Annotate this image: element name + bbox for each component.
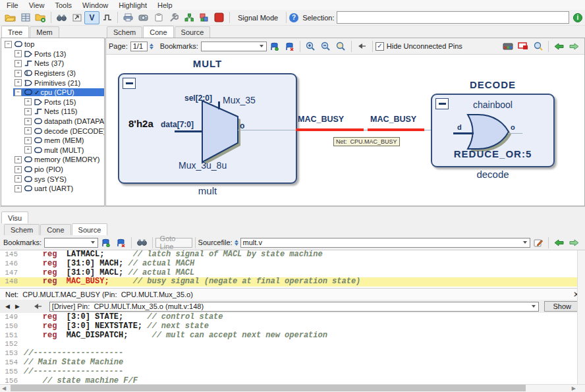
tab-visu[interactable]: Visu	[1, 211, 28, 223]
tree-item-uart[interactable]: +uart (UART)	[1, 184, 104, 194]
menu-window[interactable]: Window	[77, 1, 113, 9]
prev-driver-icon[interactable]: ◀	[5, 303, 10, 310]
info-icon[interactable]: i	[573, 13, 582, 22]
tree-item-cpu[interactable]: −✓cpu (CPU)	[1, 88, 104, 98]
blocks-icon[interactable]	[196, 11, 211, 24]
wrench-icon[interactable]	[166, 11, 181, 24]
tree-expander-icon[interactable]: +	[14, 185, 22, 192]
tree-expander-icon[interactable]: +	[14, 60, 22, 67]
hierarchy-table-icon[interactable]	[18, 11, 33, 24]
src-add-bookmark-icon[interactable]	[98, 236, 113, 249]
code-line-152[interactable]: 152	[0, 340, 577, 349]
delete-bookmark-icon[interactable]	[282, 40, 297, 53]
tab-src-cone[interactable]: Cone	[40, 224, 70, 235]
tree-expander-icon[interactable]: −	[5, 41, 12, 48]
zoom-select-icon[interactable]	[530, 40, 545, 53]
tree-expander-icon[interactable]: +	[14, 166, 22, 173]
sourcefile-dropdown[interactable]: mult.v	[240, 238, 530, 248]
src-delete-bookmark-icon[interactable]	[113, 236, 128, 249]
scroll-left-icon[interactable]: ◀	[2, 385, 6, 392]
code-line-145[interactable]: 145 reg LATMACL; // latch signal of MACL…	[0, 250, 577, 260]
palette-icon[interactable]	[500, 40, 515, 53]
verdi-v-icon[interactable]: V	[84, 11, 99, 24]
printer-icon[interactable]	[121, 11, 136, 24]
add-bookmark-icon[interactable]	[267, 40, 282, 53]
add-folder-icon[interactable]	[33, 11, 48, 24]
zoom-in-icon[interactable]	[303, 40, 318, 53]
tree-item-sys[interactable]: +sys (SYS)	[1, 174, 104, 184]
tree-expander-icon[interactable]: −	[14, 89, 22, 96]
tab-tree[interactable]: Tree	[1, 26, 29, 38]
forward-icon[interactable]	[567, 40, 582, 53]
tree-item-mult[interactable]: +mult (MULT)	[1, 146, 104, 155]
tree-expander-icon[interactable]: +	[24, 108, 32, 115]
tree-expander-icon[interactable]: +	[14, 70, 22, 77]
tab-source[interactable]: Source	[175, 26, 211, 38]
menu-tools[interactable]: Tools	[49, 1, 77, 9]
help-icon[interactable]: ?	[289, 13, 298, 22]
code-line-150[interactable]: 150 reg [3:0] NEXTSTATE; // next state	[0, 322, 577, 331]
code-line-146[interactable]: 146 reg [31:0] MACH; // actual MACH	[0, 260, 577, 269]
signal-mode-button[interactable]: Signal Mode	[233, 13, 283, 22]
hide-pins-checkbox[interactable]: ✓	[376, 42, 384, 51]
code-line-148[interactable]: 148 reg MAC_BUSY; // busy signal (negate…	[0, 277, 577, 287]
src-bookmarks-dropdown[interactable]	[44, 238, 98, 248]
tab-mem[interactable]: Mem	[30, 26, 59, 38]
tree-expander-icon[interactable]: +	[24, 98, 32, 105]
menu-highlight[interactable]: Highlight	[113, 1, 152, 9]
green-tree-icon[interactable]	[181, 11, 196, 24]
code-line-153[interactable]: 153//-------------------	[0, 349, 577, 358]
waveform-icon[interactable]	[99, 11, 115, 24]
fanin-trace-icon[interactable]	[354, 40, 370, 53]
tree-item-pio[interactable]: +pio (PIO)	[1, 165, 104, 175]
source-code-upper[interactable]: 145 reg LATMACL; // latch signal of MACL…	[0, 250, 577, 288]
tree-item-registers[interactable]: +Registers (3)	[1, 69, 104, 78]
tree-item-memory[interactable]: +memory (MEMORY)	[1, 155, 104, 165]
edit-source-icon[interactable]	[530, 236, 545, 249]
tree-expander-icon[interactable]: +	[14, 175, 22, 182]
vertical-scrollbar[interactable]: ▼	[577, 250, 585, 384]
tab-cone[interactable]: Cone	[143, 26, 173, 38]
tree-item-nets[interactable]: +Nets (115)	[1, 107, 104, 117]
tree-item-ports[interactable]: +Ports (15)	[1, 98, 104, 107]
tree-item-nets[interactable]: +Nets (37)	[1, 59, 104, 69]
trace-driver-icon[interactable]	[30, 300, 45, 313]
tab-src-schem[interactable]: Schem	[4, 224, 40, 235]
source-code-lower[interactable]: 149 reg [3:0] STATE; // control state150…	[0, 313, 577, 384]
code-line-149[interactable]: 149 reg [3:0] STATE; // control state	[0, 313, 577, 322]
tree-item-top[interactable]: −top	[1, 40, 104, 49]
sourcefile-spinner[interactable]	[235, 240, 238, 246]
menu-file[interactable]: File	[1, 1, 24, 9]
tree-expander-icon[interactable]: +	[14, 79, 22, 86]
scroll-right-icon[interactable]: ▶	[572, 385, 576, 392]
src-forward-icon[interactable]	[567, 236, 582, 249]
bookmarks-dropdown[interactable]	[201, 42, 267, 51]
code-line-147[interactable]: 147 reg [31:0] MACL; // actual MACL	[0, 269, 577, 278]
tree-item-primitives[interactable]: +Primitives (21)	[1, 78, 104, 88]
tree-expander-icon[interactable]: +	[24, 127, 32, 134]
red-frame-icon[interactable]	[515, 40, 530, 53]
src-binoculars-icon[interactable]	[134, 236, 150, 249]
selection-input[interactable]	[337, 11, 569, 24]
menu-help[interactable]: Help	[152, 1, 178, 9]
src-back-icon[interactable]	[551, 236, 567, 249]
zoom-fit-icon[interactable]	[333, 40, 348, 53]
back-icon[interactable]	[551, 40, 567, 53]
mux-shape[interactable]	[201, 99, 243, 165]
tree-expander-icon[interactable]: +	[24, 137, 32, 144]
stop-red-icon[interactable]	[211, 11, 227, 24]
tree-item-mem[interactable]: +mem (MEM)	[1, 136, 104, 146]
mult-collapse-button[interactable]	[123, 78, 136, 89]
clipboard-icon[interactable]	[151, 11, 166, 24]
tree-expander-icon[interactable]: +	[24, 118, 32, 125]
code-line-154[interactable]: 154// Main State Machine	[0, 358, 577, 368]
tree-expander-icon[interactable]: +	[14, 50, 22, 57]
tree-expander-icon[interactable]: +	[14, 156, 22, 163]
driver-dropdown[interactable]: [Driver] Pin: CPU.MULT.Mux_35.o (mult.v:…	[49, 302, 540, 312]
goto-line-box[interactable]: Goto Line	[155, 238, 192, 248]
open-folder-icon[interactable]	[3, 11, 18, 24]
show-button[interactable]: Show	[544, 301, 580, 312]
tree-item-datapath[interactable]: +datapath (DATAPATH)	[1, 117, 104, 126]
menu-view[interactable]: View	[24, 1, 50, 9]
export-window-icon[interactable]	[69, 11, 84, 24]
